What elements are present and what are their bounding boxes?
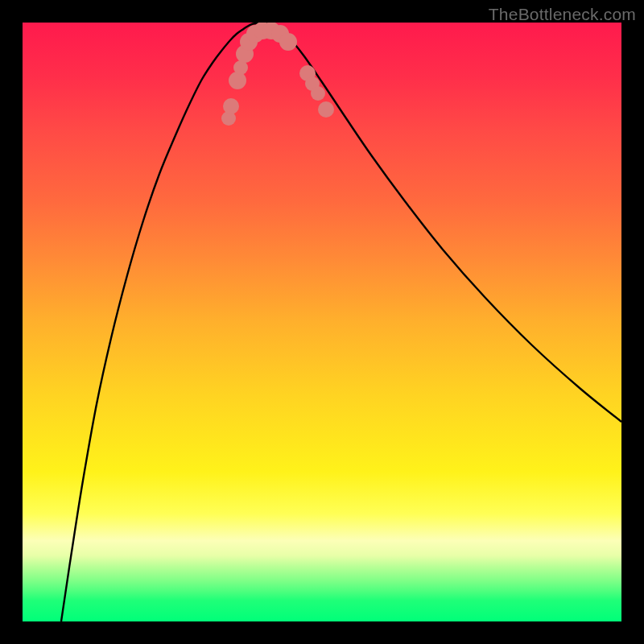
valley-dot bbox=[279, 33, 297, 51]
chart-plot bbox=[23, 23, 621, 621]
chart-frame bbox=[23, 23, 621, 621]
valley-dot bbox=[318, 101, 334, 118]
valley-dot bbox=[223, 98, 239, 114]
valley-dot bbox=[229, 72, 246, 89]
valley-dot bbox=[311, 86, 325, 101]
watermark-text: TheBottleneck.com bbox=[489, 5, 636, 24]
